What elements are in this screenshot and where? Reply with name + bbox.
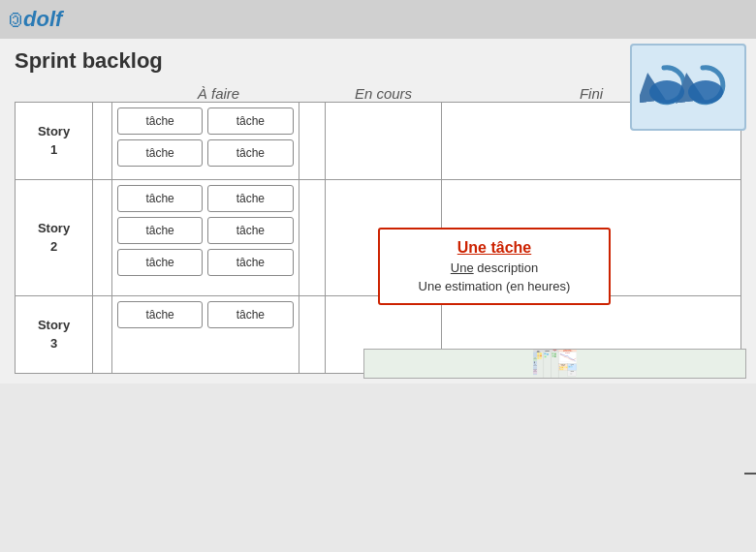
svg-text:BACKOFFON: BACKOFFON bbox=[533, 365, 537, 366]
svg-rect-62 bbox=[570, 373, 572, 375]
tooltip-desc-2: Une estimation (en heures) bbox=[397, 279, 591, 293]
svg-rect-19 bbox=[537, 353, 539, 354]
logo: 🄯 dolf bbox=[10, 6, 62, 33]
scrum-board: NON RÉSERVÉ RÉSERVÉ TERMINÉ ! :o OBJECTI… bbox=[363, 349, 746, 379]
svg-rect-42 bbox=[558, 352, 576, 363]
svg-rect-54 bbox=[559, 369, 561, 371]
svg-rect-21 bbox=[537, 355, 539, 357]
svg-rect-53 bbox=[566, 367, 568, 369]
task-box[interactable]: tâche bbox=[117, 139, 203, 167]
svg-rect-38 bbox=[551, 353, 553, 354]
tooltip-description: description bbox=[477, 261, 538, 275]
story-3-tasks-a-faire: tâche tâche bbox=[112, 296, 299, 374]
col-header-en-cours: En cours bbox=[326, 85, 442, 103]
svg-rect-51 bbox=[561, 367, 563, 369]
svg-text:RELEASE POUR LA BETA !: RELEASE POUR LA BETA ! bbox=[563, 351, 573, 352]
story-2-cell: Story 2 bbox=[16, 180, 93, 296]
task-box[interactable]: tâche bbox=[207, 249, 293, 276]
story-1-cell: Story 1 bbox=[16, 103, 93, 180]
col-header-a-faire: À faire bbox=[112, 85, 326, 103]
task-box[interactable]: tâche bbox=[207, 139, 293, 167]
svg-rect-59 bbox=[571, 366, 573, 368]
header-bar: 🄯 dolf bbox=[0, 0, 756, 39]
svg-rect-22 bbox=[540, 355, 542, 357]
svg-point-1 bbox=[688, 80, 723, 104]
svg-text:SUIVANTS: SUIVANTS bbox=[571, 364, 575, 365]
svg-rect-23 bbox=[537, 357, 539, 359]
svg-rect-35 bbox=[544, 353, 546, 354]
svg-rect-39 bbox=[554, 353, 556, 355]
task-box[interactable]: tâche bbox=[117, 185, 203, 212]
svg-rect-50 bbox=[559, 367, 561, 369]
svg-rect-58 bbox=[569, 366, 571, 368]
svg-rect-20 bbox=[540, 353, 542, 354]
logo-icon: 🄯 bbox=[10, 6, 21, 33]
story-3-cell: Story 3 bbox=[16, 296, 93, 374]
svg-rect-55 bbox=[561, 369, 563, 371]
task-box[interactable]: tâche bbox=[117, 217, 203, 244]
story-1-tasks-a-faire: tâche tâche tâche tâche bbox=[112, 103, 299, 180]
task-tooltip: Une tâche Une description Une estimation… bbox=[378, 228, 611, 305]
svg-point-0 bbox=[649, 80, 684, 104]
task-box[interactable]: tâche bbox=[117, 249, 203, 276]
task-box[interactable]: tâche bbox=[207, 217, 293, 244]
story-2-tasks-a-faire: tâche tâche tâche tâche tâche tâche bbox=[112, 180, 299, 296]
story-1-en-cours bbox=[326, 103, 442, 180]
svg-rect-52 bbox=[564, 367, 566, 369]
sprint-logo bbox=[630, 44, 746, 131]
task-box[interactable]: tâche bbox=[207, 301, 293, 328]
svg-rect-37 bbox=[545, 356, 547, 358]
svg-text:RETRAITE: RETRAITE bbox=[571, 371, 575, 372]
task-box[interactable]: tâche bbox=[117, 301, 203, 328]
task-box[interactable]: tâche bbox=[117, 107, 203, 135]
tooltip-desc-1: Une description bbox=[397, 261, 591, 275]
separator-1 bbox=[299, 103, 326, 180]
svg-rect-41 bbox=[554, 355, 556, 357]
svg-rect-24 bbox=[540, 357, 542, 359]
svg-rect-40 bbox=[552, 355, 554, 357]
logo-text: dolf bbox=[23, 7, 62, 32]
tooltip-title: Une tâche bbox=[397, 239, 591, 257]
dash-separator bbox=[744, 473, 756, 475]
svg-rect-36 bbox=[547, 353, 549, 355]
main-content: Sprint backlog bbox=[0, 39, 756, 383]
task-box[interactable]: tâche bbox=[207, 185, 293, 212]
task-box[interactable]: tâche bbox=[207, 107, 293, 135]
svg-rect-31 bbox=[533, 369, 537, 374]
svg-text:BURNDOWN: BURNDOWN bbox=[565, 353, 570, 353]
tooltip-une: Une bbox=[451, 261, 474, 275]
